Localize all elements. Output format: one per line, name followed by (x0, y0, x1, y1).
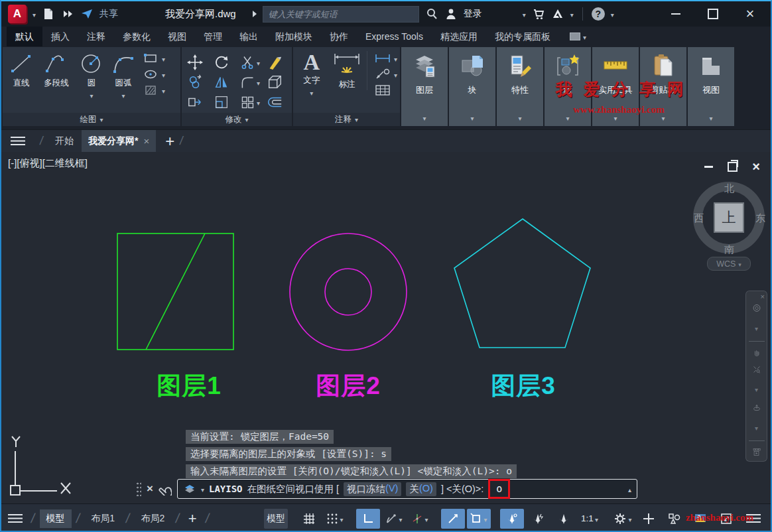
autodesk-logo-icon[interactable] (551, 7, 564, 21)
object-snap-tracking-toggle[interactable] (441, 509, 465, 529)
ribbon-tab-home[interactable]: 默认 (7, 27, 42, 46)
viewcube-west-label[interactable]: 西 (694, 212, 704, 225)
show-motion-icon[interactable] (748, 448, 765, 456)
trim-tool[interactable] (240, 55, 260, 70)
mirror-tool[interactable] (214, 74, 229, 90)
modify-panel-title[interactable]: 修改 (182, 113, 292, 126)
ribbon-tab-annotate[interactable]: 注释 (78, 27, 114, 46)
stretch-tool[interactable] (187, 94, 203, 110)
minimize-button[interactable] (669, 7, 683, 21)
block-panel-caret-icon[interactable] (470, 111, 474, 123)
ribbon-tab-manage[interactable]: 管理 (195, 27, 231, 46)
new-drawing-tab-button[interactable] (165, 131, 174, 151)
annotation-scale-icon-button[interactable] (552, 509, 576, 529)
ribbon-tab-collaborate[interactable]: 协作 (321, 27, 357, 46)
orbit-caret-icon[interactable] (755, 421, 758, 433)
polyline-tool[interactable]: 多段线 (36, 51, 77, 89)
ribbon-tab-parametric[interactable]: 参数化 (114, 27, 159, 46)
ribbon-minimize-toggle[interactable] (566, 27, 590, 46)
viewcube-north-label[interactable]: 北 (724, 182, 734, 195)
help-icon[interactable] (592, 7, 605, 21)
option-viewport-freeze[interactable]: 视口冻结 (V) (344, 482, 401, 496)
store-cart-icon[interactable] (532, 7, 545, 21)
draw-panel-title[interactable]: 绘图 (3, 113, 180, 126)
text-caret-icon[interactable] (310, 86, 313, 98)
ribbon-tab-featured-apps[interactable]: 精选应用 (432, 27, 486, 46)
circle-caret-icon[interactable] (90, 89, 93, 101)
layer3-label[interactable]: 图层3 (474, 369, 573, 403)
viewcube-up-face[interactable]: 上 (714, 202, 744, 233)
command-input-box[interactable]: LAYISO 在图纸空间视口使用 [ 视口冻结 (V) 关 (O) ] <关(O… (177, 479, 637, 499)
copy-tool[interactable] (187, 74, 203, 90)
array-tool[interactable] (240, 95, 260, 109)
search-input[interactable] (263, 6, 419, 23)
status-customize-menu-icon[interactable] (740, 509, 764, 529)
autodesk-caret-icon[interactable] (570, 8, 574, 20)
wcs-dropdown[interactable]: WCS (707, 257, 751, 271)
file-tab-close-icon[interactable] (143, 130, 149, 152)
navigation-bar[interactable] (745, 291, 767, 462)
help-caret-icon[interactable] (611, 8, 614, 20)
annotation-autoscale-toggle[interactable] (526, 509, 550, 529)
ribbon-panel-properties[interactable]: 特性 (497, 47, 543, 126)
clipboard-panel-caret-icon[interactable] (661, 111, 665, 123)
arc-tool[interactable]: 圆弧 (106, 51, 141, 101)
ribbon-tab-insert[interactable]: 插入 (42, 27, 78, 46)
dimension-tool[interactable]: 标注 (330, 51, 367, 90)
command-drag-handle[interactable] (136, 482, 141, 496)
file-tab-start[interactable]: 开始 (48, 130, 80, 152)
app-logo[interactable]: A (8, 5, 27, 23)
maximize-button[interactable] (706, 7, 720, 21)
layer2-label[interactable]: 图层2 (298, 369, 398, 403)
rotate-tool[interactable] (214, 54, 229, 70)
move-tool[interactable] (187, 54, 203, 70)
model-space-toggle[interactable]: 模型 (264, 509, 288, 529)
annotation-scale-value[interactable]: 1:1 (578, 509, 602, 529)
search-scope-arrow-icon[interactable] (253, 11, 257, 17)
navigation-wheel-caret-icon[interactable] (755, 322, 758, 334)
hatch-tool[interactable] (143, 84, 165, 96)
app-menu-caret-icon[interactable] (32, 8, 36, 20)
viewcube-east-label[interactable]: 东 (755, 212, 765, 225)
file-tabs-menu-icon[interactable] (11, 137, 25, 146)
viewcube-south-label[interactable]: 南 (724, 243, 734, 256)
layout-tab-layout1[interactable]: 布局1 (84, 509, 121, 528)
layer1-label[interactable]: 图层1 (139, 369, 239, 403)
command-suggestions-caret-icon[interactable] (201, 483, 204, 495)
layer2-inner-circle[interactable] (325, 269, 371, 315)
expand-toolbar-icon[interactable] (61, 7, 74, 21)
pan-hand-icon[interactable] (749, 348, 765, 356)
polar-tracking-toggle[interactable] (382, 509, 406, 529)
ribbon-panel-groups[interactable]: 组 (545, 47, 591, 126)
typed-value-highlight[interactable]: o (488, 479, 510, 499)
hardware-acceleration-button[interactable] (688, 509, 712, 529)
annotation-visibility-toggle[interactable] (500, 509, 524, 529)
osnap-caret-icon[interactable] (483, 513, 487, 525)
erase-tool[interactable] (267, 54, 283, 70)
layer2-outer-circle[interactable] (290, 233, 407, 350)
properties-panel-caret-icon[interactable] (518, 111, 521, 123)
clean-screen-button[interactable] (714, 509, 738, 529)
option-off[interactable]: 关 (O) (406, 482, 436, 496)
command-history-toggle-icon[interactable] (628, 483, 631, 495)
customization-gear-button[interactable] (611, 509, 635, 529)
layer3-pentagon[interactable] (454, 219, 590, 348)
customization-caret-icon[interactable] (628, 513, 631, 525)
ellipse-tool[interactable] (143, 68, 165, 80)
navbar-close-icon[interactable] (761, 293, 765, 300)
line-tool[interactable]: 直线 (7, 51, 36, 89)
annotation-panel-title[interactable]: 注释 (293, 113, 400, 126)
ortho-toggle[interactable] (356, 509, 380, 529)
isodraft-toggle[interactable] (408, 509, 432, 529)
rectangle-tool[interactable] (143, 52, 165, 64)
drawing-area[interactable]: [-][俯视][二维线框] 图层1 图层2 图层3 上 北 西 东 南 WCS (1, 152, 771, 503)
navigation-wheel-icon[interactable] (748, 304, 765, 312)
grid-toggle[interactable] (297, 509, 321, 529)
box-tool[interactable] (267, 74, 283, 90)
share-button[interactable]: 共享 (99, 8, 118, 20)
table-tool[interactable] (374, 84, 397, 96)
circle-tool[interactable]: 圆 (77, 51, 106, 101)
utilities-panel-caret-icon[interactable] (613, 111, 617, 123)
ribbon-panel-utilities[interactable]: 实用工具 (592, 47, 639, 126)
layer1-diagonal-line[interactable] (146, 233, 205, 350)
